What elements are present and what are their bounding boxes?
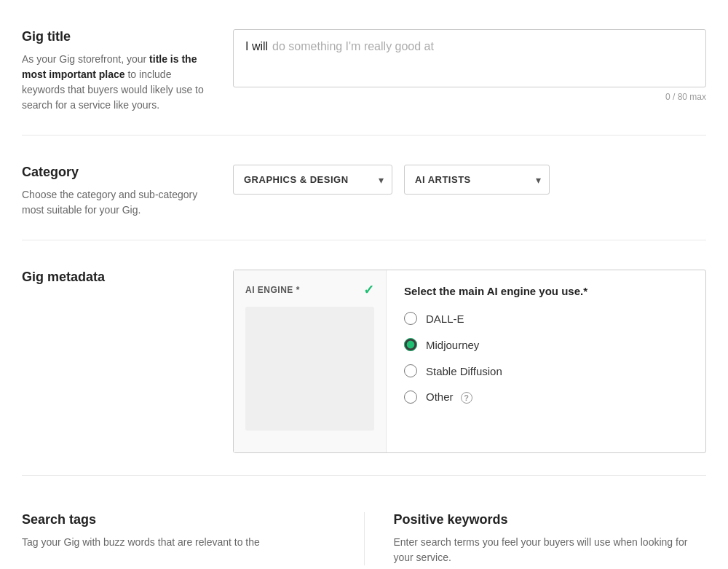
bottom-divider [364,512,365,565]
checkmark-icon: ✓ [363,282,374,298]
category-heading: Category [22,165,211,180]
metadata-left-panel: AI ENGINE * ✓ [234,270,387,452]
gig-title-label: Gig title As your Gig storefront, your t… [22,29,233,113]
gig-title-description: As your Gig storefront, your title is th… [22,52,211,113]
radio-label-other: Other ? [426,391,472,404]
category-label: Category Choose the category and sub-cat… [22,165,233,218]
search-tags-heading: Search tags [22,512,335,527]
metadata-engine-label: AI ENGINE * [245,285,300,295]
positive-keywords-heading: Positive keywords [394,512,707,527]
page-container: Gig title As your Gig storefront, your t… [0,15,728,569]
gig-title-prefix: I will [245,40,268,53]
metadata-engine-header: AI ENGINE * ✓ [245,282,374,298]
radio-other[interactable] [404,391,417,404]
gig-title-desc-normal: As your Gig storefront, your [22,53,149,65]
search-tags-description: Tag your Gig with buzz words that are re… [22,535,335,550]
radio-option-other[interactable]: Other ? [404,391,688,404]
gig-title-char-count: 0 / 80 max [233,92,706,102]
positive-keywords-col: Positive keywords Enter search terms you… [394,512,707,565]
search-tags-col: Search tags Tag your Gig with buzz words… [22,512,335,565]
category-content: GRAPHICS & DESIGN PROGRAMMING & TECH DIG… [233,165,706,218]
gig-title-content: I will 0 / 80 max [233,29,706,113]
category-selects: GRAPHICS & DESIGN PROGRAMMING & TECH DIG… [233,165,706,195]
metadata-engine-selected-area [245,307,374,431]
metadata-box: AI ENGINE * ✓ Select the main AI engine … [233,270,706,453]
gig-metadata-section: Gig metadata AI ENGINE * ✓ Select the ma… [22,270,706,476]
other-help-icon: ? [461,392,472,404]
radio-option-dalle[interactable]: DALL-E [404,312,688,325]
bottom-section: Search tags Tag your Gig with buzz words… [22,505,706,565]
primary-category-select[interactable]: GRAPHICS & DESIGN PROGRAMMING & TECH DIG… [233,165,392,195]
radio-option-midjourney[interactable]: Midjourney [404,338,688,351]
gig-title-input-wrapper: I will [233,29,706,87]
primary-category-wrapper: GRAPHICS & DESIGN PROGRAMMING & TECH DIG… [233,165,392,195]
radio-stable-diffusion[interactable] [404,364,417,377]
gig-title-heading: Gig title [22,29,211,44]
metadata-inner: AI ENGINE * ✓ Select the main AI engine … [234,270,705,452]
metadata-question: Select the main AI engine you use.* [404,285,688,297]
radio-dalle[interactable] [404,312,417,325]
radio-label-midjourney: Midjourney [426,339,479,351]
radio-label-stable-diffusion: Stable Diffusion [426,365,502,377]
radio-label-dalle: DALL-E [426,313,464,325]
gig-metadata-label: Gig metadata [22,270,233,453]
gig-title-section: Gig title As your Gig storefront, your t… [22,29,706,136]
positive-keywords-description: Enter search terms you feel your buyers … [394,535,707,565]
metadata-right-panel: Select the main AI engine you use.* DALL… [387,270,705,452]
secondary-category-select[interactable]: AI ARTISTS ILLUSTRATION LOGO DESIGN BANN… [404,165,550,195]
secondary-category-wrapper: AI ARTISTS ILLUSTRATION LOGO DESIGN BANN… [404,165,550,195]
gig-metadata-content: AI ENGINE * ✓ Select the main AI engine … [233,270,706,453]
gig-title-input[interactable] [272,40,694,53]
radio-option-stable-diffusion[interactable]: Stable Diffusion [404,364,688,377]
category-description: Choose the category and sub-category mos… [22,187,211,218]
gig-metadata-heading: Gig metadata [22,270,211,285]
category-section: Category Choose the category and sub-cat… [22,165,706,240]
radio-midjourney[interactable] [404,338,417,351]
